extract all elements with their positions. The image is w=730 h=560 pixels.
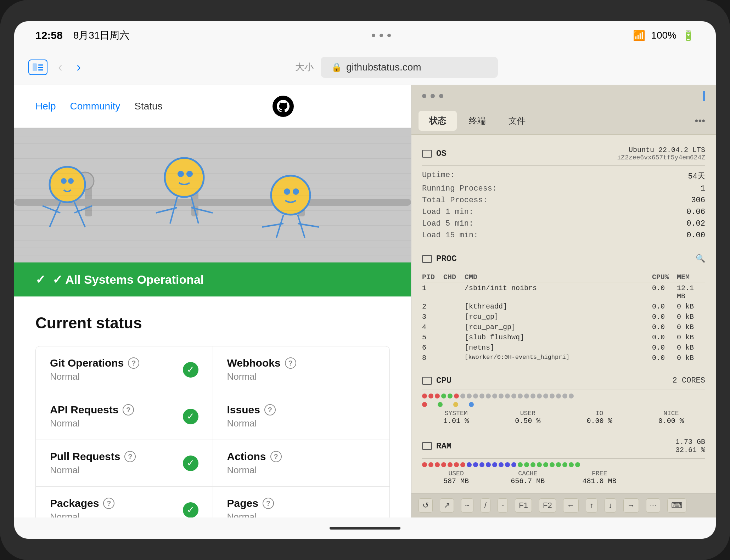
- cpu-dot: [569, 394, 574, 398]
- webhooks-cell: Webhooks ? Normal: [213, 346, 390, 393]
- tab-status[interactable]: 状态: [419, 111, 457, 131]
- cpu-section-header: CPU 2 CORES: [422, 372, 705, 390]
- cpu-dot: [518, 394, 523, 398]
- kb-key-5[interactable]: -: [498, 498, 508, 513]
- proc-row-1: 1 /sbin/init noibrs 0.0 12.1 MB: [422, 283, 705, 301]
- panel-dots: [422, 94, 443, 98]
- table-row: Packages ? Normal ✓ Page: [36, 487, 389, 517]
- content-area: Help Community Status: [14, 85, 716, 517]
- cpu-dot: [530, 394, 535, 398]
- git-operations-ok-icon: ✓: [183, 362, 198, 378]
- cpu-dot: [467, 394, 472, 398]
- cpu-io-indicator: [453, 402, 458, 407]
- packages-info: Packages ? Normal: [50, 497, 114, 517]
- svg-rect-2: [38, 67, 43, 68]
- issues-help-icon[interactable]: ?: [264, 404, 276, 415]
- address-bar[interactable]: 🔒 githubstatus.com: [321, 57, 498, 78]
- ram-dot: [467, 462, 472, 467]
- cpu-dot: [473, 394, 478, 398]
- git-operations-name: Git Operations ?: [50, 357, 139, 369]
- cpu-user-dot: [438, 402, 443, 407]
- ram-dot: [543, 462, 548, 467]
- panel-more-button[interactable]: •••: [691, 115, 709, 126]
- kb-key-10[interactable]: ↓: [605, 498, 616, 513]
- sidebar-button[interactable]: [28, 60, 47, 75]
- kb-key-13[interactable]: ⌨: [667, 498, 686, 513]
- proc-row-4: 4 [rcu_par_gp] 0.0 0 kB: [422, 322, 705, 332]
- ram-section-title: RAM: [422, 441, 451, 451]
- kb-key-7[interactable]: F2: [539, 498, 556, 513]
- nav-status[interactable]: Status: [134, 101, 162, 112]
- kb-key-1[interactable]: ↺: [419, 498, 433, 513]
- git-operations-help-icon[interactable]: ?: [128, 357, 139, 369]
- cpu-dot: [422, 394, 427, 398]
- pull-requests-state: Normal: [50, 465, 136, 476]
- api-requests-help-icon[interactable]: ?: [123, 404, 134, 415]
- pages-info: Pages ? Normal: [227, 497, 274, 517]
- ram-dot: [524, 462, 529, 467]
- battery-label: 100%: [651, 30, 676, 41]
- url-text: githubstatus.com: [346, 62, 421, 73]
- pull-requests-help-icon[interactable]: ?: [124, 451, 136, 462]
- address-label: 大小: [295, 61, 314, 73]
- pages-name: Pages ?: [227, 497, 274, 509]
- webhooks-help-icon[interactable]: ?: [285, 357, 296, 369]
- site-nav: Help Community Status: [14, 85, 411, 128]
- status-grid: Git Operations ? Normal ✓: [35, 346, 390, 517]
- cpu-dot: [543, 394, 548, 398]
- systems-banner: ✓ ✓ All Systems Operational: [14, 262, 411, 296]
- ram-dot: [575, 462, 580, 467]
- browser-chrome: ‹ › 大小 🔒 githubstatus.com: [14, 50, 716, 85]
- packages-help-icon[interactable]: ?: [103, 498, 114, 509]
- cpu-io-dot: [453, 402, 458, 407]
- cpu-sys-dot: [422, 402, 427, 407]
- packages-name: Packages ?: [50, 497, 114, 509]
- kb-key-9[interactable]: ↑: [586, 498, 597, 513]
- proc-row-2: 2 [kthreadd] 0.0 0 kB: [422, 301, 705, 312]
- cpu-dot: [511, 394, 516, 398]
- cpu-dot: [556, 394, 561, 398]
- os-value: Ubuntu 22.04.2 LTS iZ2zee6vx657tf5y4em62…: [617, 146, 705, 161]
- kb-key-4[interactable]: /: [481, 498, 490, 513]
- kb-key-2[interactable]: ↗: [440, 498, 454, 513]
- pull-requests-cell: Pull Requests ? Normal ✓: [36, 440, 213, 486]
- svg-rect-3: [38, 69, 43, 70]
- nav-community[interactable]: Community: [70, 101, 120, 112]
- ram-dot: [441, 462, 446, 467]
- tab-files[interactable]: 文件: [498, 111, 536, 131]
- forward-button[interactable]: ›: [73, 60, 84, 75]
- cpu-dot: [460, 394, 465, 398]
- dot2: [380, 34, 383, 37]
- panel-tabs: 状态 终端 文件 •••: [411, 107, 716, 135]
- pull-requests-name: Pull Requests ?: [50, 451, 136, 463]
- nav-help[interactable]: Help: [35, 101, 56, 112]
- ram-dot: [569, 462, 574, 467]
- cpu-section-title: CPU: [422, 376, 451, 385]
- right-panel: 状态 终端 文件 ••• OS: [411, 85, 716, 517]
- git-operations-cell: Git Operations ? Normal ✓: [36, 346, 213, 393]
- kb-key-12[interactable]: ···: [646, 498, 660, 513]
- status-time: 12:58: [35, 29, 63, 41]
- proc-search-icon[interactable]: 🔍: [696, 254, 705, 264]
- panel-accent-dot: [703, 91, 705, 101]
- cpu-dots: [422, 394, 705, 398]
- cpu-dot: [499, 394, 504, 398]
- status-bar-left: 12:58 8月31日周六: [35, 29, 129, 42]
- proc-row-5: 5 [slub_flushwq] 0.0 0 kB: [422, 332, 705, 343]
- kb-key-8[interactable]: ←: [563, 498, 579, 513]
- cpu-dot: [441, 394, 446, 398]
- pages-help-icon[interactable]: ?: [263, 498, 274, 509]
- issues-state: Normal: [227, 418, 276, 429]
- ram-dot: [537, 462, 542, 467]
- cpu-dot: [537, 394, 542, 398]
- actions-help-icon[interactable]: ?: [270, 451, 282, 462]
- os-section-title: OS: [422, 149, 447, 158]
- ram-dot: [448, 462, 453, 467]
- kb-key-3[interactable]: ~: [461, 498, 473, 513]
- back-button[interactable]: ‹: [55, 60, 66, 75]
- ram-icon: [422, 442, 432, 450]
- proc-row-6: 6 [netns] 0.0 0 kB: [422, 343, 705, 353]
- kb-key-11[interactable]: →: [623, 498, 639, 513]
- tab-terminal[interactable]: 终端: [458, 111, 496, 131]
- kb-key-6[interactable]: F1: [515, 498, 532, 513]
